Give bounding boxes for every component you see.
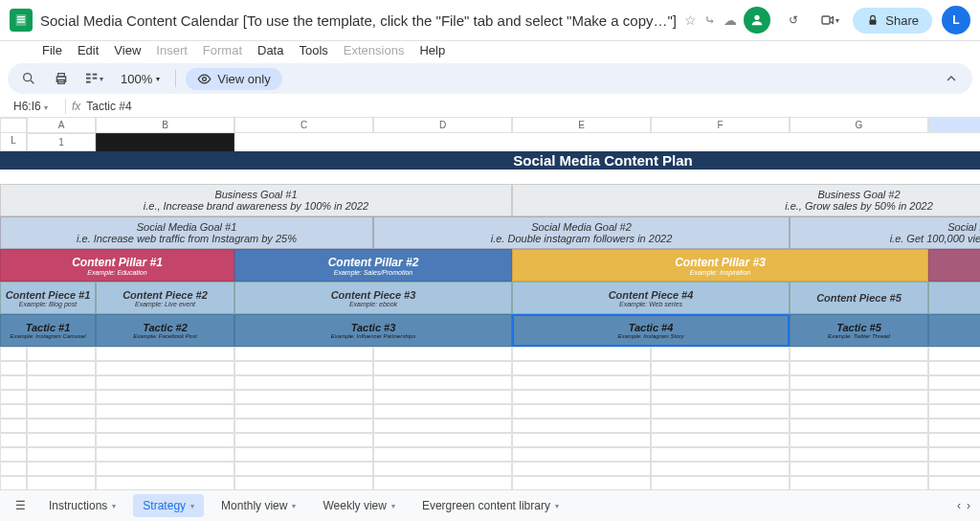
content-piece-cell[interactable]: Content Piece #1Example: Blog post bbox=[0, 282, 96, 314]
empty-cell[interactable] bbox=[651, 390, 790, 404]
sm-goal-cell[interactable]: Social Media Goal #1i.e. Increase web tr… bbox=[0, 216, 373, 249]
empty-cell[interactable] bbox=[27, 390, 96, 404]
empty-cell[interactable] bbox=[96, 476, 234, 490]
sheet-tab[interactable]: Monthly view▾ bbox=[212, 494, 305, 499]
pillar-cell[interactable]: Content Pillar #1Example: Education bbox=[0, 249, 234, 282]
empty-cell[interactable] bbox=[234, 476, 373, 490]
empty-cell[interactable] bbox=[234, 433, 373, 447]
share-button[interactable]: Share bbox=[853, 8, 932, 34]
empty-cell[interactable] bbox=[96, 447, 234, 462]
empty-cell[interactable] bbox=[790, 447, 928, 462]
empty-cell[interactable] bbox=[373, 375, 512, 390]
empty-cell[interactable] bbox=[96, 419, 234, 433]
col-header[interactable]: F bbox=[651, 118, 790, 133]
col-header[interactable]: L bbox=[0, 133, 27, 151]
empty-cell[interactable] bbox=[790, 347, 928, 361]
move-icon[interactable]: ⤷ bbox=[704, 12, 716, 28]
collapse-toolbar-icon[interactable] bbox=[940, 67, 963, 90]
menu-data[interactable]: Data bbox=[257, 43, 283, 57]
col-header[interactable]: B bbox=[96, 118, 234, 133]
empty-cell[interactable] bbox=[790, 462, 928, 476]
col-header[interactable]: G bbox=[790, 118, 928, 133]
collaborator-avatar[interactable] bbox=[744, 7, 770, 34]
empty-cell[interactable] bbox=[373, 404, 512, 419]
tactic-cell[interactable]: Tactic #3Example: Influencer Partnership… bbox=[234, 314, 512, 347]
empty-cell[interactable] bbox=[27, 462, 96, 476]
business-goal-cell[interactable]: Business Goal #2i.e., Grow sales by 50% … bbox=[512, 184, 980, 216]
tactic-cell[interactable]: Tactic #2Example: Facebook Post bbox=[96, 314, 234, 347]
row-label-strategy[interactable] bbox=[96, 133, 234, 151]
empty-cell[interactable] bbox=[790, 375, 928, 390]
empty-cell[interactable] bbox=[27, 375, 96, 390]
empty-cell[interactable] bbox=[790, 476, 928, 490]
sm-goal-cell[interactable]: Social Media Goal #3i.e. Get 100,000 vie… bbox=[790, 216, 980, 249]
business-goal-cell[interactable]: Business Goal #1i.e., Increase brand awa… bbox=[0, 184, 512, 216]
tactic-cell[interactable]: Tactic #1Example: Instagram Carousel bbox=[0, 314, 96, 347]
empty-cell[interactable] bbox=[651, 347, 790, 361]
empty-cell[interactable] bbox=[928, 390, 980, 404]
sheet-tab[interactable]: Evergreen content library▾ bbox=[412, 494, 568, 499]
empty-cell[interactable] bbox=[234, 419, 373, 433]
empty-cell[interactable] bbox=[512, 476, 651, 490]
empty-cell[interactable] bbox=[27, 361, 96, 375]
empty-cell[interactable] bbox=[512, 419, 651, 433]
empty-cell[interactable] bbox=[96, 433, 234, 447]
tactic-cell[interactable]: Tactic #5Example: Twitter Thread bbox=[790, 314, 928, 347]
empty-cell[interactable] bbox=[96, 462, 234, 476]
empty-cell[interactable] bbox=[96, 390, 234, 404]
sheet-tab-active[interactable]: Strategy▾ bbox=[133, 494, 204, 499]
filter-icon[interactable]: ▾ bbox=[82, 67, 105, 90]
col-header[interactable]: H bbox=[928, 118, 980, 133]
tactic-cell-selected[interactable]: Tactic #4Example: Instagram Story bbox=[512, 314, 790, 347]
empty-cell[interactable] bbox=[96, 375, 234, 390]
empty-cell[interactable] bbox=[928, 404, 980, 419]
empty-cell[interactable] bbox=[512, 404, 651, 419]
empty-cell[interactable] bbox=[651, 419, 790, 433]
content-piece-cell[interactable]: Content Piece #6 bbox=[928, 282, 980, 314]
empty-cell[interactable] bbox=[234, 347, 373, 361]
col-header[interactable]: E bbox=[512, 118, 651, 133]
menu-edit[interactable]: Edit bbox=[78, 43, 99, 57]
empty-cell[interactable] bbox=[651, 447, 790, 462]
empty-cell[interactable] bbox=[651, 361, 790, 375]
empty-cell[interactable] bbox=[96, 347, 234, 361]
content-piece-cell[interactable]: Content Piece #4Example: Web series bbox=[512, 282, 790, 314]
meet-icon[interactable]: ▾ bbox=[816, 7, 843, 34]
empty-cell[interactable] bbox=[234, 390, 373, 404]
sheets-logo[interactable] bbox=[10, 9, 33, 32]
empty-cell[interactable] bbox=[27, 419, 96, 433]
search-icon[interactable] bbox=[17, 67, 40, 90]
user-avatar[interactable]: L bbox=[942, 6, 970, 34]
empty-cell[interactable] bbox=[96, 361, 234, 375]
empty-cell[interactable] bbox=[373, 433, 512, 447]
empty-cell[interactable] bbox=[0, 375, 27, 390]
empty-cell[interactable] bbox=[790, 404, 928, 419]
row-header[interactable]: 1 bbox=[27, 133, 96, 151]
pillar-cell[interactable]: Content Pillar #2Example: Sales/Promotio… bbox=[234, 249, 512, 282]
menu-tools[interactable]: Tools bbox=[299, 43, 327, 57]
plan-title[interactable]: Social Media Content Plan bbox=[0, 151, 980, 170]
empty-cell[interactable] bbox=[234, 361, 373, 375]
zoom-selector[interactable]: 100% ▾ bbox=[115, 70, 166, 88]
empty-cell[interactable] bbox=[512, 347, 651, 361]
menu-help[interactable]: Help bbox=[419, 43, 445, 57]
empty-cell[interactable] bbox=[790, 419, 928, 433]
pillar-cell[interactable]: Content Pillar #3Example: Inspiration bbox=[512, 249, 928, 282]
empty-cell[interactable] bbox=[790, 361, 928, 375]
pillar-cell[interactable]: Content Pillar #4Example: Entertainment bbox=[928, 249, 980, 282]
content-piece-cell[interactable]: Content Piece #3Example: ebook bbox=[234, 282, 512, 314]
empty-cell[interactable] bbox=[373, 419, 512, 433]
cell-reference[interactable]: H6:I6 ▾ bbox=[8, 98, 65, 115]
empty-cell[interactable] bbox=[512, 447, 651, 462]
empty-cell[interactable] bbox=[0, 476, 27, 490]
empty-cell[interactable] bbox=[512, 390, 651, 404]
sheet-tab[interactable]: Weekly view▾ bbox=[313, 494, 404, 499]
empty-cell[interactable] bbox=[373, 347, 512, 361]
empty-cell[interactable] bbox=[0, 361, 27, 375]
sm-goal-cell[interactable]: Social Media Goal #2i.e. Double instagra… bbox=[373, 216, 790, 249]
empty-cell[interactable] bbox=[234, 404, 373, 419]
cloud-icon[interactable]: ☁ bbox=[724, 12, 737, 28]
empty-cell[interactable] bbox=[928, 347, 980, 361]
empty-cell[interactable] bbox=[234, 375, 373, 390]
col-header[interactable]: A bbox=[27, 118, 96, 133]
